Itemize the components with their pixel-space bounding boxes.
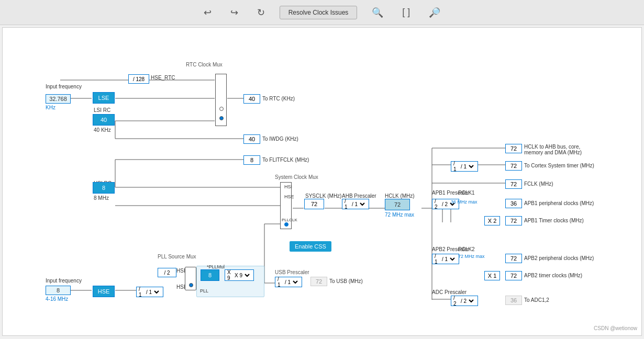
usb-output-val: 72 — [310, 277, 327, 286]
resolve-clock-button[interactable]: Resolve Clock Issues — [280, 6, 358, 19]
cortex-div-val: / 1 — [453, 161, 458, 172]
adc-div-val: / 2 — [453, 295, 458, 307]
rtc-mux-dot-bottom — [219, 107, 224, 111]
lse-unit: KHz — [46, 105, 55, 110]
refresh-button[interactable]: ↻ — [253, 5, 269, 20]
watermark: CSDN @wetionow — [594, 325, 637, 331]
undo-button[interactable]: ↩ — [199, 5, 216, 20]
ahb-select-dropdown[interactable]: / 1 — [350, 201, 367, 208]
flit-output-val: 8 — [243, 155, 260, 165]
apb1-timer-val: 72 — [505, 216, 522, 225]
pll-val-box[interactable]: 8 — [201, 269, 219, 281]
zoom-in-button[interactable]: 🔍 — [368, 5, 387, 20]
fclk-val: 72 — [505, 179, 522, 189]
pll-mux-dot — [189, 283, 193, 287]
pll-source-mux[interactable] — [185, 267, 196, 290]
redo-button[interactable]: ↪ — [226, 5, 242, 20]
rtc-mux-shape[interactable] — [215, 74, 227, 126]
lsi-unit: 40 KHz — [94, 127, 111, 133]
sysclk-val: 72 — [304, 199, 324, 209]
hclk-ahb-label2: memory and DMA (MHz) — [524, 150, 582, 155]
hclk-label: HCLK (MHz) — [385, 193, 415, 199]
apb1-timer-label: APB1 Timer clocks (MHz) — [524, 218, 584, 223]
system-mux-shape[interactable]: HSI HSE PLLCLK — [280, 182, 292, 229]
pll-hsi-label: HSI — [176, 268, 185, 274]
apb2-timer-val: 72 — [505, 271, 522, 280]
pll-mul-label: *PLLMul — [207, 264, 225, 269]
hse-rtc-label: HSE_RTC — [151, 75, 175, 81]
usb-prescaler-select[interactable]: / 1 / 1 — [275, 277, 302, 287]
ahb-div-val: / 1 — [345, 198, 349, 210]
sysclk-label: SYSCLK (MHz) — [305, 193, 341, 199]
adc-prescaler-select[interactable]: / 2 / 2 — [451, 296, 478, 306]
pll-x9-val: X 9 — [227, 269, 231, 281]
iwdg-output-val: 40 — [243, 134, 260, 144]
usb-div-dropdown[interactable]: / 1 — [283, 279, 299, 286]
cortex-timer-label: To Cortex System timer (MHz) — [524, 163, 594, 168]
hclk-ahb-val: 72 — [505, 144, 522, 153]
apb2-div-val: / 1 — [435, 253, 439, 265]
apb1-x2-box: X 2 — [484, 216, 500, 225]
apb1-max: 36 MHz max — [451, 199, 478, 205]
hclk-val: 72 — [385, 199, 410, 210]
sys-mux-hsi-label: HSI — [284, 184, 292, 189]
usb-div-val: / 1 — [277, 276, 282, 288]
pll-multiplier-select[interactable]: X 9 X 9 — [225, 269, 254, 281]
lse-freq-value[interactable]: 32.768 — [46, 94, 71, 104]
lse-box[interactable]: LSE — [93, 92, 115, 104]
hse-unit: 4-16 MHz — [46, 296, 68, 302]
lsi-box[interactable]: 40 — [93, 114, 115, 126]
pclk2-max: 72 MHz max — [458, 254, 485, 259]
adc-label: To ADC1,2 — [524, 297, 549, 303]
usb-prescaler-label: USB Prescaler — [275, 269, 309, 275]
apb1-div-val: / 2 — [435, 198, 439, 210]
pclk2-label: PCLK2 — [458, 246, 475, 252]
apb2-x1-box: X 1 — [484, 271, 500, 280]
clock-diagram-canvas: Input frequency LSE 32.768 KHz LSI RC 40… — [2, 27, 642, 336]
bracket-button[interactable]: [ ] — [398, 5, 414, 20]
hse-div128[interactable]: / 128 — [128, 74, 149, 84]
iwdg-output-label: To IWDG (KHz) — [262, 136, 298, 142]
pll-label: PLL — [200, 288, 208, 293]
apb1-per-val: 36 — [505, 199, 522, 208]
hse-box[interactable]: HSE — [93, 286, 115, 297]
sys-mux-hse-label: HSE — [284, 194, 294, 199]
apb2-per-val: 72 — [505, 254, 522, 263]
hse-div1-select[interactable]: / 1 / 1 — [136, 287, 163, 297]
apb2-timer-label: APB2 timer clocks (MHz) — [524, 273, 582, 278]
cortex-prescaler-select[interactable]: / 1 / 1 — [451, 161, 478, 172]
lsi-rc-label: LSI RC — [94, 107, 110, 113]
rtc-mux-dot-active — [219, 116, 224, 120]
pll-x9-dropdown[interactable]: X 9 — [232, 272, 251, 279]
pll-source-mux-label: PLL Source Mux — [158, 254, 196, 259]
input-freq-label-bottom: Input frequency — [46, 278, 82, 284]
hse-freq-value[interactable]: 8 — [46, 286, 71, 295]
cortex-timer-val: 72 — [505, 161, 522, 171]
apb2-select-dropdown[interactable]: / 1 — [440, 256, 457, 263]
pclk1-label: PCLK1 — [458, 190, 475, 196]
input-freq-label-top: Input frequency — [46, 84, 82, 89]
ahb-prescaler-select[interactable]: / 1 / 1 — [342, 199, 369, 209]
hsi-box[interactable]: 8 — [93, 182, 115, 194]
hclk-max: 72 MHz max — [385, 212, 414, 218]
hclk-ahb-label: HCLK to AHB bus, core, — [524, 144, 580, 150]
rtc-output-label: To RTC (KHz) — [262, 96, 295, 101]
adc-select-dropdown[interactable]: / 2 — [459, 298, 475, 304]
hse-div1-dropdown[interactable]: / 1 — [144, 289, 161, 296]
rtc-mux-label: RTC Clock Mux — [186, 62, 223, 67]
zoom-out-button[interactable]: 🔎 — [425, 5, 445, 20]
sys-mux-pll-label: PLLCLK — [282, 218, 297, 222]
enable-css-button[interactable]: Enable CSS — [290, 241, 331, 252]
toolbar: ↩ ↪ ↻ Resolve Clock Issues 🔍 [ ] 🔎 — [0, 0, 644, 25]
fclk-label: FCLK (MHz) — [524, 181, 553, 187]
hsi-unit: 8 MHz — [94, 195, 109, 201]
adc-prescaler-label: ADC Prescaler — [432, 289, 467, 295]
system-clock-mux-label: System Clock Mux — [275, 174, 318, 180]
apb2-prescaler-select[interactable]: / 1 / 1 — [432, 254, 459, 264]
pll-div2[interactable]: / 2 — [158, 268, 176, 277]
adc-val: 36 — [505, 296, 522, 305]
apb2-per-label: APB2 peripheral clocks (MHz) — [524, 255, 594, 261]
usb-output-label: To USB (MHz) — [329, 278, 363, 284]
flit-output-label: To FLITFCLK (MHz) — [262, 157, 309, 163]
cortex-select-dropdown[interactable]: / 1 — [459, 163, 475, 170]
